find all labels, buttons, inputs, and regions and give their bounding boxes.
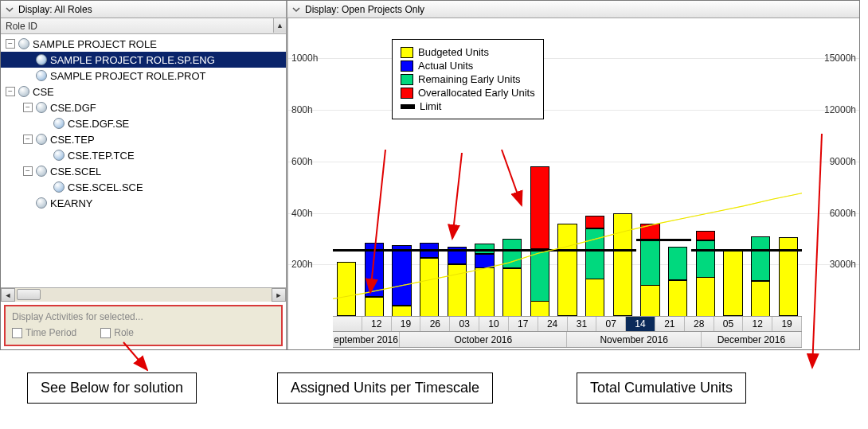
tree-row[interactable]: SAMPLE PROJECT ROLE.PROT [1,68,286,84]
collapse-icon[interactable]: − [6,39,15,49]
y-right-tick: 3000h [830,259,856,270]
day-cell[interactable]: 07 [596,317,626,331]
time-period-checkbox[interactable]: Time Period [12,327,76,338]
chevron-down-icon [291,4,302,15]
bar-segment [640,285,659,316]
tree-row[interactable]: CSE.DGF.SE [1,115,286,131]
column-header-label: Role ID [6,21,37,32]
bar-segment [640,240,659,286]
day-cell[interactable]: 10 [479,317,509,331]
bar-segment [337,262,356,316]
left-display-bar[interactable]: Display: All Roles [1,1,286,18]
filter-title: Display Activities for selected... [12,311,275,322]
callout-solution: See Below for solution [27,372,197,404]
time-period-label: Time Period [25,327,76,338]
day-cell[interactable] [333,317,362,331]
time-axis: 121926031017243107142128051219eptember 2… [333,316,802,349]
bar-segment [613,213,632,316]
bar-segment [585,216,604,228]
callout-solution-text: See Below for solution [41,380,183,396]
month-cell[interactable]: December 2016 [702,332,802,347]
scroll-up-button[interactable]: ▲ [273,18,286,33]
tree-row[interactable]: −CSE [1,84,286,99]
day-cell[interactable]: 14 [626,317,655,331]
roles-panel: Display: All Roles Role ID ▲ −SAMPLE PRO… [1,1,287,349]
role-icon [36,70,47,81]
tree-hscroll[interactable]: ◄ ► [1,287,286,302]
role-checkbox[interactable]: Role [100,327,134,338]
swatch-limit [401,104,415,109]
day-cell[interactable]: 05 [714,317,744,331]
chart-area[interactable]: Budgeted Units Actual Units Remaining Ea… [287,18,859,349]
day-cell[interactable]: 28 [685,317,714,331]
scroll-right-button[interactable]: ► [272,288,286,302]
scroll-left-button[interactable]: ◄ [1,288,15,302]
bar-segment [530,301,549,316]
day-cell[interactable]: 12 [743,317,772,331]
month-cell[interactable]: November 2016 [567,332,701,347]
day-cell[interactable]: 17 [509,317,538,331]
bar-stack [585,33,604,316]
day-cell[interactable]: 19 [392,317,421,331]
swatch-budgeted [401,47,413,58]
month-cell[interactable]: eptember 2016 [333,332,400,347]
day-cell[interactable]: 03 [450,317,479,331]
right-display-bar[interactable]: Display: Open Projects Only [287,1,859,18]
bar-segment [475,267,494,316]
bar-segment [530,249,549,301]
collapse-icon[interactable]: − [23,135,33,144]
collapse-icon[interactable]: − [23,166,33,176]
legend-limit: Limit [420,100,441,112]
day-cell[interactable]: 31 [568,317,597,331]
bar-segment [751,236,770,282]
y-left-tick: 200h [291,259,313,270]
checkbox-icon [100,328,111,338]
tree-row[interactable]: −CSE.DGF [1,99,286,115]
role-icon [18,86,29,97]
role-icon [18,38,29,49]
tree-row[interactable]: SAMPLE PROJECT ROLE.SP.ENG [1,52,286,68]
scroll-track[interactable] [15,288,272,302]
tree-row[interactable]: −SAMPLE PROJECT ROLE [1,36,286,52]
collapse-icon[interactable]: − [23,103,33,112]
bar-stack [613,33,632,316]
tree-row[interactable]: KEARNY [1,195,286,211]
bar-segment [585,279,604,316]
month-cell[interactable]: October 2016 [400,332,567,347]
tree-label: CSE.TEP [50,134,95,146]
tree-label: KEARNY [50,197,92,209]
role-icon [53,150,65,161]
legend-over: Overallocated Early Units [418,87,535,99]
bar-stack [751,33,770,316]
swatch-over [401,88,413,99]
y-right-tick: 9000h [830,156,856,167]
callout-assigned: Assigned Units per Timescale [277,372,493,404]
right-display-label: Display: Open Projects Only [305,4,424,15]
bar-segment [751,281,770,316]
day-cell[interactable]: 24 [538,317,568,331]
left-display-label: Display: All Roles [18,4,92,15]
day-cell[interactable]: 12 [362,317,392,331]
bar-segment [696,240,715,278]
bar-stack [668,33,687,316]
bar-segment [530,166,549,249]
role-icon [36,197,47,209]
tree-label: SAMPLE PROJECT ROLE [33,38,157,50]
scroll-thumb[interactable] [17,289,41,300]
tree-row[interactable]: CSE.TEP.TCE [1,147,286,163]
bar-segment [420,258,439,316]
swatch-remaining [401,74,413,85]
tree-row[interactable]: −CSE.SCEL [1,163,286,179]
limit-line [333,249,636,252]
collapse-icon[interactable]: − [6,87,15,96]
column-header[interactable]: Role ID ▲ [1,18,286,34]
day-cell[interactable]: 26 [420,317,450,331]
chevron-down-icon [4,4,15,15]
bar-segment [502,239,522,268]
day-cell[interactable]: 19 [772,317,802,331]
tree-row[interactable]: CSE.SCEL.SCE [1,179,286,195]
role-icon [53,118,65,129]
tree-row[interactable]: −CSE.TEP [1,131,286,147]
role-tree[interactable]: −SAMPLE PROJECT ROLESAMPLE PROJECT ROLE.… [1,34,286,287]
day-cell[interactable]: 21 [655,317,685,331]
